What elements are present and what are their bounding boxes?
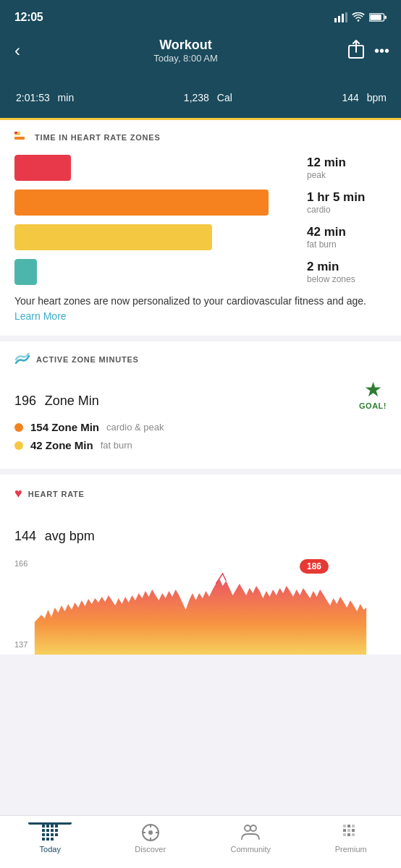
azm-total: 196 Zone Min [14, 378, 99, 412]
calories-value: 1,238 Cal [182, 81, 232, 106]
svg-rect-13 [46, 825, 49, 827]
learn-more-link[interactable]: Learn More [14, 310, 67, 322]
nav-item-community[interactable]: Community [229, 823, 272, 854]
azm-header: ACTIVE ZONE MINUTES [14, 353, 387, 366]
zone-row-peak: 12 min peak [14, 155, 387, 181]
svg-rect-0 [334, 18, 337, 22]
discover-icon [141, 823, 160, 842]
svg-rect-43 [352, 833, 355, 836]
svg-rect-7 [384, 16, 387, 19]
svg-point-28 [148, 830, 153, 835]
azm-row-fatburn: 42 Zone Min fat burn [14, 439, 387, 451]
svg-rect-25 [46, 838, 49, 841]
calories-stat: 1,238 Cal [182, 81, 232, 106]
chart-tooltip: 186 [300, 559, 329, 574]
azm-cardio-value: 154 Zone Min [30, 421, 99, 433]
hr-chart: 166 137 186 [14, 553, 387, 655]
battery-icon [369, 13, 387, 22]
svg-rect-19 [55, 829, 58, 832]
svg-rect-15 [55, 825, 58, 827]
zone-time-peak: 12 min [307, 156, 387, 170]
svg-point-4 [358, 20, 360, 22]
svg-rect-41 [343, 833, 346, 836]
header-title: Workout [153, 38, 218, 53]
svg-rect-42 [347, 833, 350, 836]
duration-stat: 2:01:53 min [14, 81, 74, 106]
svg-rect-35 [343, 825, 346, 827]
svg-rect-22 [51, 833, 54, 836]
status-time: 12:05 [14, 11, 43, 24]
header-title-block: Workout Today, 8:00 AM [153, 38, 218, 64]
svg-rect-18 [51, 829, 54, 832]
share-button[interactable] [348, 40, 364, 62]
heart-rate-zones-section: TIME IN HEART RATE ZONES 12 min peak 1 h… [0, 120, 401, 341]
svg-rect-10 [14, 137, 25, 140]
nav-label-premium: Premium [335, 845, 367, 854]
nav-label-today: Today [40, 845, 61, 854]
svg-rect-2 [342, 14, 344, 22]
azm-title: ACTIVE ZONE MINUTES [36, 355, 139, 364]
zone-bar-peak [14, 155, 297, 181]
hr-header: ♥ HEART RATE [14, 486, 387, 501]
zone-bar-cardio [14, 190, 297, 216]
svg-rect-11 [14, 132, 17, 134]
bottom-nav: Today Discover Community [0, 815, 401, 868]
svg-rect-37 [352, 825, 355, 827]
zone-time-below: 2 min [307, 260, 387, 274]
stats-bar: 2:01:53 min 1,238 Cal 144 bpm [0, 74, 401, 120]
goal-label: GOAL! [359, 401, 387, 410]
svg-rect-36 [347, 825, 350, 827]
premium-icon [342, 823, 360, 842]
azm-dot-fatburn [14, 441, 23, 450]
hr-zones-header: TIME IN HEART RATE ZONES [14, 132, 387, 143]
zone-info-fatburn: 42 min fat burn [307, 225, 387, 250]
community-icon [240, 823, 261, 842]
nav-item-discover[interactable]: Discover [129, 823, 172, 854]
azm-icon [14, 353, 30, 366]
status-icons [334, 12, 387, 22]
hr-avg-value: 144 avg bpm [14, 513, 387, 548]
heartrate-stat: 144 bpm [341, 81, 387, 106]
goal-badge: ★ GOAL! [359, 378, 387, 410]
svg-rect-23 [55, 833, 58, 836]
nav-item-premium[interactable]: Premium [329, 823, 373, 854]
header-subtitle: Today, 8:00 AM [153, 53, 218, 64]
azm-row-cardio-peak: 154 Zone Min cardio & peak [14, 421, 387, 433]
header: ‹ Workout Today, 8:00 AM ••• [0, 32, 401, 74]
heart-icon: ♥ [14, 486, 22, 501]
svg-rect-20 [42, 833, 45, 836]
svg-rect-26 [51, 838, 54, 841]
zone-name-cardio: cardio [307, 205, 387, 215]
zone-bar-fatburn [14, 224, 297, 250]
svg-point-33 [245, 825, 250, 831]
svg-rect-17 [46, 829, 49, 832]
azm-breakdown: 154 Zone Min cardio & peak 42 Zone Min f… [14, 421, 387, 451]
azm-fatburn-value: 42 Zone Min [30, 439, 93, 451]
zone-name-below: below zones [307, 274, 387, 284]
today-icon [41, 823, 59, 842]
zone-time-cardio: 1 hr 5 min [307, 190, 387, 205]
svg-rect-39 [347, 829, 350, 832]
heart-rate-section: ♥ HEART RATE 144 avg bpm 166 137 186 [0, 475, 401, 655]
azm-cardio-label: cardio & peak [106, 422, 164, 433]
nav-label-discover: Discover [135, 845, 166, 854]
svg-rect-40 [352, 829, 355, 832]
zone-name-fatburn: fat burn [307, 239, 387, 250]
zone-row-fatburn: 42 min fat burn [14, 224, 387, 250]
azm-total-value: 196 Zone Min [14, 378, 99, 412]
hr-title: HEART RATE [28, 490, 85, 498]
zone-bar-below [14, 259, 297, 285]
svg-rect-6 [370, 14, 381, 20]
hr-zones-title: TIME IN HEART RATE ZONES [35, 133, 161, 142]
svg-rect-24 [42, 838, 45, 841]
zone-row-below: 2 min below zones [14, 259, 387, 285]
svg-point-34 [250, 825, 256, 831]
azm-fatburn-label: fat burn [101, 440, 132, 451]
azm-main: 196 Zone Min ★ GOAL! [14, 378, 387, 412]
heartrate-value: 144 bpm [341, 81, 387, 106]
back-button[interactable]: ‹ [12, 38, 23, 64]
svg-rect-38 [343, 829, 346, 832]
nav-item-today[interactable]: Today [28, 823, 72, 854]
zone-info-peak: 12 min peak [307, 156, 387, 180]
more-button[interactable]: ••• [374, 43, 389, 59]
